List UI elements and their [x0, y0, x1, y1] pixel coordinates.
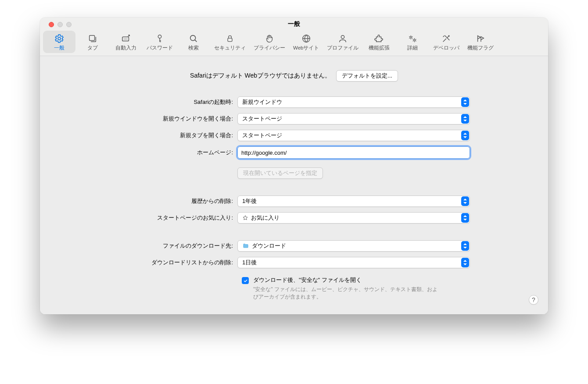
open-safe-files-text: ダウンロード後、"安全な" ファイルを開く "安全な" ファイルには、ムービー、… [253, 276, 437, 301]
new-tab-value: スタートページ [242, 132, 282, 139]
titlebar: 一般 [40, 18, 548, 31]
tab-general[interactable]: 一般 [43, 31, 75, 53]
tab-label: 自動入力 [115, 45, 136, 51]
new-tab-label: 新規タブを開く場合: [53, 132, 237, 139]
tab-privacy[interactable]: プライバシー [250, 31, 289, 53]
favorites-value: お気に入り [251, 214, 280, 222]
tab-label: パスワード [147, 45, 173, 51]
tab-label: 機能拡張 [369, 45, 390, 51]
open-safe-files-title: ダウンロード後、"安全な" ファイルを開く [253, 277, 362, 283]
tab-advanced[interactable]: 詳細 [396, 31, 429, 53]
tab-label: デベロッパ [433, 45, 459, 51]
history-remove-value: 1年後 [242, 197, 257, 205]
tab-websites[interactable]: Webサイト [290, 31, 323, 53]
chevron-updown-icon [461, 131, 469, 140]
preferences-window: 一般 一般 タブ 自動入力 パスワード [40, 18, 548, 314]
tools-icon [441, 33, 452, 44]
tab-label: 機能フラグ [467, 45, 494, 51]
gears-icon [407, 33, 418, 44]
folder-icon [242, 243, 249, 249]
svg-rect-8 [228, 38, 232, 42]
globe-icon [301, 33, 312, 44]
tab-label: 検索 [188, 45, 199, 51]
tab-tabs[interactable]: タブ [76, 31, 109, 53]
tab-developer[interactable]: デベロッパ [430, 31, 463, 53]
svg-point-12 [414, 39, 416, 41]
tab-passwords[interactable]: パスワード [143, 31, 176, 53]
tab-security[interactable]: セキュリティ [211, 31, 249, 53]
svg-rect-1 [90, 36, 95, 41]
download-dest-popup[interactable]: ダウンロード [237, 240, 470, 252]
lock-icon [225, 33, 235, 44]
download-remove-popup[interactable]: 1日後 [237, 257, 470, 268]
svg-point-4 [125, 39, 126, 39]
chevron-updown-icon [461, 213, 469, 223]
open-safe-files-subtitle: "安全な" ファイルには、ムービー、ピクチャ、サウンド、テキスト書類、およびアー… [253, 286, 437, 301]
content-pane: Safariはデフォルト Webブラウザではありません。 デフォルトを設定...… [40, 56, 548, 314]
download-dest-label: ファイルのダウンロード先: [53, 242, 237, 250]
tabs-icon [87, 33, 98, 44]
svg-point-10 [341, 36, 344, 39]
svg-point-3 [124, 39, 125, 39]
chevron-updown-icon [461, 258, 469, 267]
tab-label: セキュリティ [214, 45, 246, 51]
new-window-label: 新規ウインドウを開く場合: [53, 115, 237, 123]
chevron-updown-icon [461, 97, 469, 107]
zoom-window-button[interactable] [66, 22, 72, 27]
prefs-toolbar: 一般 タブ 自動入力 パスワード 検索 [40, 31, 548, 56]
minimize-window-button[interactable] [57, 22, 63, 27]
tab-label: Webサイト [293, 45, 319, 51]
svg-point-0 [58, 37, 61, 40]
tab-profiles[interactable]: プロファイル [323, 31, 362, 53]
set-current-page-button[interactable]: 現在開いているページを指定 [237, 167, 323, 179]
default-browser-notice: Safariはデフォルト Webブラウザではありません。 デフォルトを設定... [53, 70, 535, 82]
chevron-updown-icon [461, 196, 469, 206]
svg-point-5 [126, 39, 127, 39]
star-icon [242, 215, 248, 221]
favorites-label: スタートページのお気に入り: [53, 214, 237, 222]
close-window-button[interactable] [49, 22, 54, 27]
open-safe-files-checkbox[interactable] [242, 277, 249, 284]
tab-label: 詳細 [407, 45, 418, 51]
download-dest-value: ダウンロード [252, 242, 286, 250]
key-icon [154, 33, 165, 44]
tab-feature-flags[interactable]: 機能フラグ [464, 31, 497, 53]
download-remove-value: 1日後 [242, 259, 257, 267]
tab-extensions[interactable]: 機能拡張 [363, 31, 395, 53]
search-icon [188, 33, 199, 44]
favorites-popup[interactable]: お気に入り [237, 212, 470, 224]
puzzle-icon [374, 33, 384, 44]
download-remove-label: ダウンロードリストからの削除: [53, 259, 237, 267]
chevron-updown-icon [461, 241, 469, 251]
history-remove-popup[interactable]: 1年後 [237, 196, 470, 207]
history-remove-label: 履歴からの削除: [53, 197, 237, 205]
tab-label: 一般 [54, 45, 65, 51]
new-window-value: スタートページ [242, 115, 282, 123]
tab-search[interactable]: 検索 [177, 31, 210, 53]
new-tab-popup[interactable]: スタートページ [237, 130, 470, 141]
flags-icon [475, 33, 486, 44]
svg-point-11 [410, 36, 412, 38]
svg-point-6 [158, 35, 161, 38]
set-default-button[interactable]: デフォルトを設定... [336, 70, 398, 82]
help-button[interactable]: ? [529, 295, 538, 305]
chevron-updown-icon [461, 114, 469, 124]
homepage-label: ホームページ: [53, 149, 237, 156]
startup-label: Safariの起動時: [53, 98, 237, 106]
traffic-lights [49, 22, 72, 27]
tab-label: プロファイル [327, 45, 359, 51]
window-title: 一般 [288, 20, 300, 28]
startup-value: 新規ウインドウ [242, 98, 282, 106]
homepage-input[interactable] [237, 146, 470, 159]
autofill-icon [121, 33, 131, 44]
tab-label: プライバシー [254, 45, 285, 51]
notice-text: Safariはデフォルト Webブラウザではありません。 [190, 72, 331, 80]
tab-autofill[interactable]: 自動入力 [110, 31, 142, 53]
hand-icon [264, 33, 275, 44]
tab-label: タブ [87, 45, 98, 51]
new-window-popup[interactable]: スタートページ [237, 113, 470, 124]
startup-popup[interactable]: 新規ウインドウ [237, 96, 470, 108]
person-icon [337, 33, 348, 44]
gear-icon [54, 33, 65, 44]
svg-point-7 [190, 36, 196, 41]
